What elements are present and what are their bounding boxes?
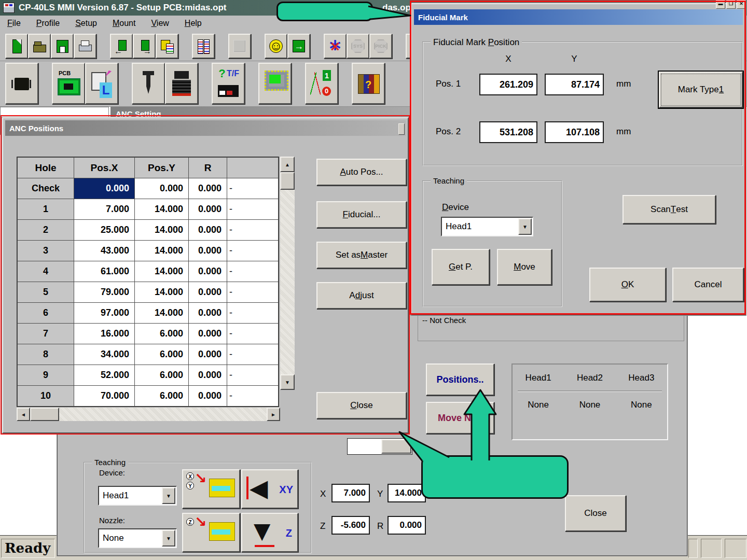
table-cell[interactable]: 0.000: [188, 178, 227, 199]
close-icon[interactable]: ✕: [737, 0, 746, 9]
table-cell[interactable]: -: [227, 323, 279, 344]
chip-button[interactable]: [5, 63, 38, 104]
table-cell[interactable]: 0.000: [188, 323, 227, 344]
table-cell[interactable]: 6.000: [134, 365, 189, 386]
tf-calculator-button[interactable]: ?T/F: [212, 63, 245, 104]
menu-mount[interactable]: Mount: [113, 19, 135, 28]
help-library-button[interactable]: ?: [352, 63, 385, 104]
pos2-x-field[interactable]: 531.208: [479, 121, 537, 143]
scroll-right-icon[interactable]: ►: [267, 408, 280, 421]
titlebar-button-fragment[interactable]: [398, 123, 405, 135]
fiducial-mark-titlebar[interactable]: Fiducial Mark: [414, 9, 743, 25]
table-cell[interactable]: 0.000: [188, 385, 227, 407]
new-document-button[interactable]: [5, 34, 28, 59]
table-cell[interactable]: 97.000: [74, 302, 135, 324]
data-list-button[interactable]: [192, 34, 215, 59]
table-cell[interactable]: -: [227, 385, 279, 407]
vertical-scrollbar-thumb[interactable]: [280, 172, 295, 190]
table-cell[interactable]: 14.000: [134, 261, 189, 282]
x-coord-field[interactable]: 7.000: [331, 484, 370, 502]
menu-help[interactable]: Help: [185, 19, 202, 28]
profile-export-button[interactable]: [133, 34, 156, 59]
pcb-edit-button[interactable]: L: [85, 63, 118, 104]
anc-setting-close-button[interactable]: Close: [565, 495, 626, 531]
table-cell[interactable]: 0.000: [188, 219, 227, 241]
ok-button[interactable]: OK: [589, 268, 666, 302]
table-cell[interactable]: 43.000: [74, 240, 135, 261]
sys-stop-button[interactable]: SYS: [347, 34, 369, 59]
table-cell[interactable]: 0.000: [188, 261, 227, 282]
anc-positions-titlebar[interactable]: ANC Positions: [5, 120, 406, 136]
vertical-scrollbar-track[interactable]: [280, 172, 295, 374]
table-cell[interactable]: 0.000: [188, 282, 227, 303]
table-cell[interactable]: 0.000: [188, 365, 227, 386]
chevron-down-icon[interactable]: ▼: [162, 487, 175, 504]
table-cell[interactable]: 61.000: [74, 261, 135, 282]
nozzle-tool-button[interactable]: [132, 63, 165, 104]
table-cell[interactable]: -: [227, 261, 279, 282]
profile-import-button[interactable]: [110, 34, 133, 59]
table-cell[interactable]: 0.000: [134, 178, 189, 199]
move-xy-button[interactable]: XY: [241, 469, 298, 509]
teach-xy-button[interactable]: [182, 469, 240, 509]
chevron-down-icon[interactable]: ▼: [162, 530, 175, 547]
table-cell[interactable]: 0.000: [188, 344, 227, 365]
profile-save-button[interactable]: [156, 34, 178, 59]
scan-test-button[interactable]: Scan Test: [622, 195, 716, 224]
table-cell[interactable]: 16.000: [74, 323, 135, 344]
table-cell[interactable]: 34.000: [74, 344, 135, 365]
table-cell[interactable]: 0.000: [188, 302, 227, 324]
device-combobox[interactable]: Head1 ▼: [98, 486, 177, 506]
table-cell[interactable]: 0.000: [74, 178, 135, 199]
camera-button[interactable]: [165, 63, 198, 104]
table-cell[interactable]: 14.000: [134, 199, 189, 220]
set-as-master-button[interactable]: Set as Master: [316, 242, 407, 269]
z-coord-field[interactable]: -5.600: [331, 516, 370, 535]
machine-button[interactable]: [228, 34, 251, 59]
move-button[interactable]: Move: [497, 249, 552, 285]
teach-z-button[interactable]: [182, 513, 240, 552]
table-cell[interactable]: -: [227, 302, 279, 324]
table-cell[interactable]: 14.000: [134, 282, 189, 303]
save-button[interactable]: [51, 34, 74, 59]
spin-button[interactable]: [381, 439, 411, 454]
chevron-down-icon[interactable]: ▼: [518, 218, 532, 235]
fiducial-device-combobox[interactable]: Head1 ▼: [441, 217, 533, 236]
print-button[interactable]: [74, 34, 96, 59]
nozzle-combobox[interactable]: None ▼: [98, 528, 177, 548]
scroll-up-icon[interactable]: ▲: [280, 157, 295, 172]
table-cell[interactable]: -: [227, 199, 279, 220]
table-cell[interactable]: 6.000: [134, 344, 189, 365]
pick-stop-button[interactable]: PICK: [369, 34, 392, 59]
scroll-left-icon[interactable]: ◄: [17, 408, 30, 421]
menu-view[interactable]: View: [151, 19, 169, 28]
pos1-y-field[interactable]: 87.174: [545, 74, 604, 95]
scroll-down-icon[interactable]: ▼: [280, 374, 295, 390]
table-cell[interactable]: 14.000: [134, 302, 189, 324]
get-p-button[interactable]: Get P.: [432, 249, 490, 285]
y-coord-field[interactable]: 14.000: [388, 484, 426, 502]
pos1-x-field[interactable]: 261.209: [479, 74, 537, 95]
table-cell[interactable]: 0.000: [188, 240, 227, 261]
table-cell[interactable]: 6.000: [134, 323, 189, 344]
table-cell[interactable]: -: [227, 344, 279, 365]
origin-mark-button[interactable]: [324, 34, 347, 59]
mark-type-button[interactable]: Mark Type1: [659, 72, 743, 108]
table-cell[interactable]: -: [227, 219, 279, 241]
table-cell[interactable]: -: [227, 240, 279, 261]
minimize-icon[interactable]: ▬: [716, 0, 725, 9]
table-cell[interactable]: 70.000: [74, 385, 135, 407]
fiducial-button[interactable]: Fiducial...: [316, 201, 407, 228]
table-cell[interactable]: -: [227, 365, 279, 386]
pos2-y-field[interactable]: 107.108: [545, 121, 604, 143]
table-cell[interactable]: -: [227, 178, 279, 199]
table-cell[interactable]: 52.000: [74, 365, 135, 386]
move-nod-button[interactable]: Move Nod: [426, 402, 494, 434]
spin-control-fragment[interactable]: [347, 438, 412, 455]
table-cell[interactable]: 7.000: [74, 199, 135, 220]
auto-pos-button[interactable]: Auto Pos...: [316, 159, 407, 186]
table-cell[interactable]: 25.000: [74, 219, 135, 241]
menu-setup[interactable]: Setup: [75, 19, 97, 28]
adjust-button[interactable]: Adjust: [316, 282, 407, 309]
positions-button[interactable]: Positions..: [426, 363, 494, 396]
